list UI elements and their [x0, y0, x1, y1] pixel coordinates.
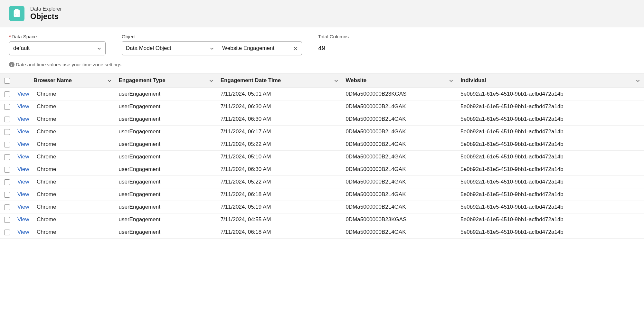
close-icon[interactable] — [293, 46, 298, 51]
object-type-dropdown[interactable]: Data Model Object — [122, 41, 218, 55]
table-row: View Chrome userEngagement 7/11/2024, 06… — [0, 126, 644, 138]
col-browser-name[interactable]: Browser Name — [14, 73, 116, 88]
row-checkbox[interactable] — [4, 192, 10, 198]
cell-datetime: 7/11/2024, 06:30 AM — [217, 163, 343, 176]
cell-website: 0DMa5000000B23KGAS — [342, 213, 457, 226]
row-checkbox[interactable] — [4, 129, 10, 135]
select-all-header — [0, 73, 14, 88]
col-individual-label: Individual — [460, 77, 486, 83]
view-link[interactable]: View — [17, 128, 29, 135]
total-columns-group: Total Columns 49 — [318, 34, 349, 52]
controls-row: *Data Space default Object Data Model Ob… — [0, 27, 644, 59]
col-website[interactable]: Website — [342, 73, 457, 88]
cell-website: 0DMa5000000B2L4GAK — [342, 226, 457, 239]
table-row: View Chrome userEngagement 7/11/2024, 06… — [0, 226, 644, 239]
cell-individual: 5e0b92a1-61e5-4510-9bb1-acfbd472a14b — [457, 151, 644, 163]
col-individual[interactable]: Individual — [457, 73, 644, 88]
page-title: Objects — [30, 12, 62, 21]
object-selection-value: Website Engagement — [222, 45, 274, 52]
total-columns-label: Total Columns — [318, 34, 349, 39]
cell-datetime: 7/11/2024, 05:19 AM — [217, 201, 343, 213]
page-header: Data Explorer Objects — [0, 0, 644, 27]
object-group: Object Data Model Object Website Engagem… — [122, 34, 302, 55]
cell-individual: 5e0b92a1-61e5-4510-9bb1-acfbd472a14b — [457, 201, 644, 213]
cell-website: 0DMa5000000B2L4GAK — [342, 126, 457, 138]
col-engagement-datetime-label: Engagement Date Time — [221, 77, 281, 83]
table-row: View Chrome userEngagement 7/11/2024, 04… — [0, 213, 644, 226]
cell-datetime: 7/11/2024, 06:18 AM — [217, 226, 343, 239]
view-link[interactable]: View — [17, 116, 29, 122]
view-link[interactable]: View — [17, 141, 29, 147]
table-row: View Chrome userEngagement 7/11/2024, 06… — [0, 113, 644, 126]
chevron-down-icon — [209, 78, 213, 83]
col-engagement-type[interactable]: Engagement Type — [116, 73, 217, 88]
cell-browser: Chrome — [33, 88, 116, 100]
col-engagement-date-time[interactable]: Engagement Date Time — [217, 73, 343, 88]
cell-browser: Chrome — [33, 213, 116, 226]
view-link[interactable]: View — [17, 166, 29, 172]
col-browser-label: Browser Name — [33, 77, 72, 83]
table-row: View Chrome userEngagement 7/11/2024, 06… — [0, 163, 644, 176]
chevron-down-icon — [97, 46, 101, 51]
cell-datetime: 7/11/2024, 05:22 AM — [217, 176, 343, 188]
row-checkbox[interactable] — [4, 167, 10, 173]
row-checkbox[interactable] — [4, 217, 10, 223]
cell-datetime: 7/11/2024, 06:30 AM — [217, 113, 343, 126]
data-space-dropdown[interactable]: default — [9, 41, 106, 55]
view-link[interactable]: View — [17, 154, 29, 160]
cell-individual: 5e0b92a1-61e5-4510-9bb1-acfbd472a14b — [457, 188, 644, 201]
cell-engagement-type: userEngagement — [116, 138, 217, 151]
cell-browser: Chrome — [33, 176, 116, 188]
cell-datetime: 7/11/2024, 05:22 AM — [217, 138, 343, 151]
row-checkbox[interactable] — [4, 104, 10, 110]
data-space-label: *Data Space — [9, 34, 106, 39]
select-all-checkbox[interactable] — [4, 78, 10, 84]
row-checkbox[interactable] — [4, 91, 10, 97]
data-space-value: default — [13, 45, 30, 52]
view-link[interactable]: View — [17, 91, 29, 97]
cell-website: 0DMa5000000B2L4GAK — [342, 201, 457, 213]
table-row: View Chrome userEngagement 7/11/2024, 05… — [0, 151, 644, 163]
cell-engagement-type: userEngagement — [116, 151, 217, 163]
cell-datetime: 7/11/2024, 05:10 AM — [217, 151, 343, 163]
view-link[interactable]: View — [17, 216, 29, 222]
cell-website: 0DMa5000000B2L4GAK — [342, 138, 457, 151]
view-link[interactable]: View — [17, 229, 29, 235]
cell-engagement-type: userEngagement — [116, 88, 217, 100]
cell-browser: Chrome — [33, 113, 116, 126]
row-checkbox[interactable] — [4, 204, 10, 210]
row-checkbox[interactable] — [4, 154, 10, 160]
cell-engagement-type: userEngagement — [116, 201, 217, 213]
view-link[interactable]: View — [17, 204, 29, 210]
cell-browser: Chrome — [33, 100, 116, 113]
cell-datetime: 7/11/2024, 06:17 AM — [217, 126, 343, 138]
row-checkbox[interactable] — [4, 142, 10, 147]
cell-individual: 5e0b92a1-61e5-4510-9bb1-acfbd472a14b — [457, 226, 644, 239]
cell-engagement-type: userEngagement — [116, 176, 217, 188]
cell-datetime: 7/11/2024, 04:55 AM — [217, 213, 343, 226]
view-link[interactable]: View — [17, 179, 29, 185]
svg-rect-3 — [18, 14, 19, 16]
cell-website: 0DMa5000000B2L4GAK — [342, 176, 457, 188]
row-checkbox[interactable] — [4, 117, 10, 122]
data-explorer-icon — [9, 6, 24, 21]
object-selection[interactable]: Website Engagement — [218, 41, 302, 55]
cell-engagement-type: userEngagement — [116, 113, 217, 126]
cell-engagement-type: userEngagement — [116, 100, 217, 113]
cell-individual: 5e0b92a1-61e5-4510-9bb1-acfbd472a14b — [457, 138, 644, 151]
cell-individual: 5e0b92a1-61e5-4510-9bb1-acfbd472a14b — [457, 213, 644, 226]
row-checkbox[interactable] — [4, 230, 10, 235]
row-checkbox[interactable] — [4, 179, 10, 185]
cell-website: 0DMa5000000B2L4GAK — [342, 163, 457, 176]
data-space-label-text: Data Space — [12, 34, 37, 39]
object-label: Object — [122, 34, 302, 39]
view-link[interactable]: View — [17, 191, 29, 197]
data-table: Browser Name Engagement Type Engagement … — [0, 73, 644, 239]
cell-datetime: 7/11/2024, 05:01 AM — [217, 88, 343, 100]
view-link[interactable]: View — [17, 103, 29, 109]
cell-individual: 5e0b92a1-61e5-4510-9bb1-acfbd472a14b — [457, 113, 644, 126]
cell-website: 0DMa5000000B23KGAS — [342, 88, 457, 100]
chevron-down-icon — [636, 78, 640, 83]
cell-website: 0DMa5000000B2L4GAK — [342, 113, 457, 126]
table-row: View Chrome userEngagement 7/11/2024, 05… — [0, 201, 644, 213]
